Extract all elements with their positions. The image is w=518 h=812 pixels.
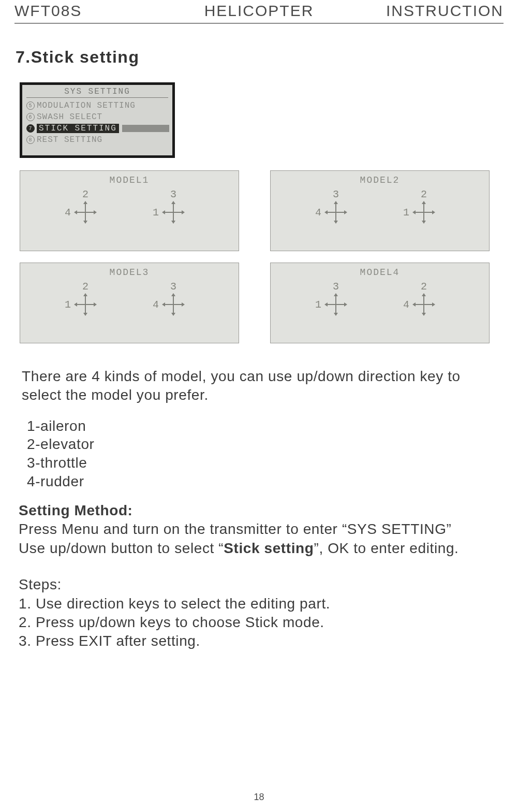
header-divider bbox=[14, 23, 504, 24]
stick-legend: 1-aileron 2-elevator 3-throttle 4-rudder bbox=[27, 417, 504, 491]
header-category: HELICOPTER bbox=[177, 2, 341, 20]
model4-left-side-num: 1 bbox=[314, 299, 322, 311]
model3-right-side-num: 4 bbox=[152, 299, 160, 311]
page-number: 18 bbox=[254, 792, 264, 803]
sys-row-label: STICK SETTING bbox=[37, 124, 119, 133]
sys-row-stick-selected: 7 STICK SETTING bbox=[25, 123, 169, 134]
step-3: 3. Press EXIT after setting. bbox=[19, 632, 504, 650]
model2-left-top-num: 3 bbox=[333, 189, 339, 200]
sys-setting-title: SYS SETTING bbox=[25, 87, 169, 96]
model2-right-stick: 2 1 bbox=[401, 189, 447, 223]
model1-right-stick: 3 1 bbox=[150, 189, 197, 223]
model4-panel: MODEL4 3 1 2 4 bbox=[270, 263, 490, 343]
sys-row-label: MODULATION SETTING bbox=[37, 101, 136, 110]
model1-left-top-num: 2 bbox=[82, 189, 88, 200]
model1-panel: MODEL1 2 4 3 1 bbox=[20, 170, 239, 251]
model2-left-side-num: 4 bbox=[314, 207, 322, 219]
legend-rudder: 4-rudder bbox=[27, 472, 504, 491]
stick-cross-icon bbox=[163, 202, 184, 223]
model1-right-top-num: 3 bbox=[170, 189, 176, 200]
stick-cross-icon bbox=[163, 294, 184, 315]
model1-left-side-num: 4 bbox=[64, 207, 72, 219]
legend-elevator: 2-elevator bbox=[27, 435, 504, 454]
legend-aileron: 1-aileron bbox=[27, 417, 504, 436]
sys-row-number: 6 bbox=[26, 113, 35, 121]
sys-row-label: REST SETTING bbox=[37, 135, 102, 144]
page-header: WFT08S HELICOPTER INSTRUCTION bbox=[14, 0, 504, 20]
model2-right-side-num: 1 bbox=[402, 207, 410, 219]
model3-left-stick: 2 1 bbox=[62, 281, 109, 315]
sys-row-label: SWASH SELECT bbox=[37, 112, 102, 122]
setting-method-line2: Use up/down button to select “Stick sett… bbox=[19, 539, 515, 558]
sys-row-rest: 8 REST SETTING bbox=[25, 134, 169, 146]
sys-row-number: 5 bbox=[26, 102, 35, 110]
model3-right-top-num: 3 bbox=[170, 281, 176, 292]
sys-row-number: 8 bbox=[26, 136, 35, 144]
header-doc-type: INSTRUCTION bbox=[341, 2, 504, 20]
model2-panel: MODEL2 3 4 2 1 bbox=[270, 170, 490, 251]
model4-right-top-num: 2 bbox=[421, 281, 427, 292]
model3-title: MODEL3 bbox=[20, 267, 239, 278]
method-line2-prefix: Use up/down button to select “ bbox=[19, 540, 224, 556]
models-grid: MODEL1 2 4 3 1 bbox=[20, 170, 490, 343]
model4-right-side-num: 4 bbox=[402, 299, 410, 311]
setting-method-heading: Setting Method: bbox=[19, 502, 133, 518]
sys-row-modulation: 5 MODULATION SETTING bbox=[25, 100, 169, 111]
section-title: 7.Stick setting bbox=[16, 48, 504, 67]
model2-left-stick: 3 4 bbox=[313, 189, 359, 223]
step-1: 1. Use direction keys to select the edit… bbox=[19, 594, 504, 613]
stick-cross-icon bbox=[325, 294, 346, 315]
stick-cross-icon bbox=[325, 202, 346, 223]
method-line2-suffix: ”, OK to enter editing. bbox=[314, 540, 459, 556]
steps-block: Steps: 1. Use direction keys to select t… bbox=[19, 575, 504, 651]
model3-left-side-num: 1 bbox=[64, 299, 72, 311]
method-line2-bold: Stick setting bbox=[224, 540, 314, 556]
model1-left-stick: 2 4 bbox=[62, 189, 109, 223]
model4-title: MODEL4 bbox=[271, 267, 489, 278]
model3-panel: MODEL3 2 1 3 4 bbox=[20, 263, 239, 343]
step-2: 2. Press up/down keys to choose Stick mo… bbox=[19, 613, 504, 632]
model4-right-stick: 2 4 bbox=[401, 281, 447, 315]
model4-left-top-num: 3 bbox=[333, 281, 339, 292]
model3-left-top-num: 2 bbox=[82, 281, 88, 292]
model1-title: MODEL1 bbox=[20, 175, 239, 185]
stick-cross-icon bbox=[75, 202, 96, 223]
sys-row-highlight-trail bbox=[122, 125, 169, 132]
model4-left-stick: 3 1 bbox=[313, 281, 359, 315]
setting-method-line1: Press Menu and turn on the transmitter t… bbox=[19, 520, 515, 539]
sys-row-swash: 6 SWASH SELECT bbox=[25, 111, 169, 123]
stick-cross-icon bbox=[413, 294, 434, 315]
sys-row-number: 7 bbox=[26, 124, 35, 133]
model1-right-side-num: 1 bbox=[152, 207, 160, 219]
stick-cross-icon bbox=[75, 294, 96, 315]
model3-right-stick: 3 4 bbox=[150, 281, 197, 315]
header-product: WFT08S bbox=[14, 2, 177, 20]
stick-cross-icon bbox=[413, 202, 434, 223]
legend-throttle: 3-throttle bbox=[27, 454, 504, 472]
sys-setting-underline bbox=[26, 97, 168, 98]
steps-heading: Steps: bbox=[19, 576, 62, 592]
setting-method-block: Setting Method: Press Menu and turn on t… bbox=[19, 501, 515, 558]
model2-right-top-num: 2 bbox=[421, 189, 427, 200]
model2-title: MODEL2 bbox=[271, 175, 489, 185]
intro-paragraph: There are 4 kinds of model, you can use … bbox=[22, 367, 503, 404]
sys-setting-screenshot: SYS SETTING 5 MODULATION SETTING 6 SWASH… bbox=[20, 82, 175, 158]
